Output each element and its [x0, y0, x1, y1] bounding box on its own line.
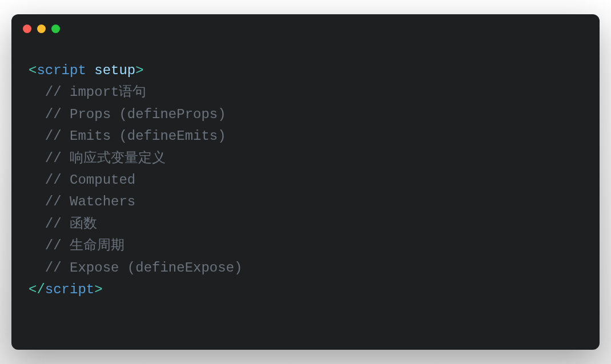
maximize-icon[interactable] — [51, 25, 60, 33]
code-line-comment: // 函数 — [29, 213, 582, 235]
code-content: <script setup> // import语句 // Props (def… — [11, 43, 600, 318]
tag-bracket-open: </ — [29, 282, 45, 297]
comment-text: // import语句 — [45, 84, 147, 100]
comment-text: // 函数 — [45, 216, 97, 232]
code-line-open-tag: <script setup> — [29, 60, 582, 82]
comment-text: // Computed — [45, 172, 135, 188]
minimize-icon[interactable] — [37, 25, 46, 33]
code-line-comment: // Emits (defineEmits) — [29, 126, 582, 147]
tag-bracket-close: > — [135, 63, 143, 78]
code-line-close-tag: </script> — [29, 279, 582, 301]
code-line-comment: // 生命周期 — [29, 235, 582, 257]
tag-bracket-open: < — [29, 63, 37, 78]
code-line-comment: // Expose (defineExpose) — [29, 257, 582, 279]
comment-text: // Emits (defineEmits) — [45, 128, 226, 144]
code-line-comment: // 响应式变量定义 — [29, 148, 582, 169]
comment-text: // Expose (defineExpose) — [45, 260, 243, 276]
code-line-comment: // Props (defineProps) — [29, 104, 582, 126]
comment-text: // 生命周期 — [45, 238, 124, 253]
tag-bracket-close: > — [94, 282, 102, 297]
window-titlebar — [11, 14, 600, 43]
code-line-comment: // import语句 — [29, 82, 582, 103]
tag-name: script — [37, 63, 86, 78]
code-editor-window: <script setup> // import语句 // Props (def… — [11, 14, 600, 350]
comment-text: // 响应式变量定义 — [45, 151, 166, 166]
comment-text: // Watchers — [45, 194, 135, 209]
close-icon[interactable] — [23, 25, 31, 33]
tag-name: script — [45, 282, 94, 297]
code-line-comment: // Watchers — [29, 191, 582, 213]
tag-attribute: setup — [94, 63, 135, 78]
code-line-comment: // Computed — [29, 169, 582, 191]
comment-text: // Props (defineProps) — [45, 107, 226, 122]
